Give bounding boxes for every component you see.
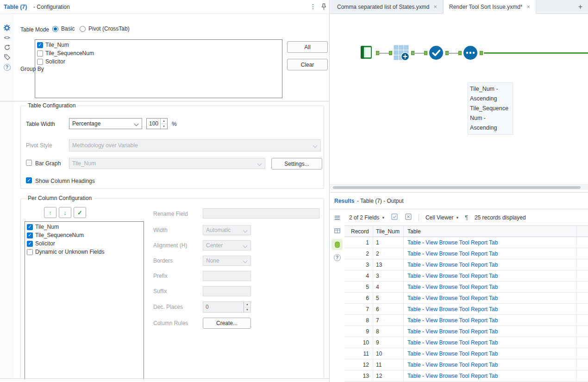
- checkbox[interactable]: [37, 59, 43, 65]
- report-link-cell[interactable]: Table - View Browse Tool Report Tab: [404, 337, 577, 348]
- workflow-canvas[interactable]: Tile_Num - Ascending Tile_SequenceNum - …: [330, 14, 588, 184]
- output-anchor-button[interactable]: [332, 239, 343, 250]
- check-icon: ✓: [77, 209, 82, 216]
- select-tool[interactable]: [428, 44, 444, 61]
- report-link-cell[interactable]: Table - View Browse Tool Report Tab: [404, 282, 577, 292]
- table-row[interactable]: 76Table - View Browse Tool Report Tab: [344, 304, 588, 315]
- tag-icon[interactable]: [3, 53, 11, 61]
- group-by-list[interactable]: ✓Tile_NumTile_SequenceNumSolicitor: [35, 39, 282, 98]
- width-label: Width: [153, 227, 168, 233]
- table-row[interactable]: 109Table - View Browse Tool Report Tab: [344, 337, 588, 348]
- messages-list-icon[interactable]: [333, 214, 341, 221]
- new-tab-button[interactable]: +: [578, 3, 582, 11]
- scrollbar-thumb[interactable]: [333, 186, 581, 189]
- table-row[interactable]: 1211Table - View Browse Tool Report Tab: [344, 359, 588, 370]
- column-header-record[interactable]: Record: [344, 226, 373, 237]
- metadata-table-icon[interactable]: [333, 227, 341, 234]
- table-mode-option[interactable]: Pivot (CrossTab): [80, 25, 130, 32]
- table-width-spinner[interactable]: 100 ▲ ▼: [146, 118, 168, 129]
- checklist-item[interactable]: ✓Tile_SequenceNum: [26, 231, 143, 239]
- input-anchor[interactable]: [458, 51, 462, 55]
- table-row[interactable]: 43Table - View Browse Tool Report Tab: [344, 270, 588, 282]
- all-button[interactable]: All: [287, 41, 328, 53]
- table-mode-option[interactable]: Basic: [52, 25, 75, 32]
- checklist-item[interactable]: ✓Tile_Num: [36, 41, 281, 49]
- column-header-tile-num[interactable]: Tile_Num: [373, 226, 404, 237]
- spinner-up-icon[interactable]: ▲: [244, 302, 250, 307]
- help-icon[interactable]: ?: [3, 63, 11, 71]
- checkbox[interactable]: ✓: [37, 42, 43, 48]
- pilcrow-icon[interactable]: ¶: [465, 214, 468, 221]
- annotation-code-icon[interactable]: <>: [3, 34, 11, 41]
- move-up-button[interactable]: ↑: [44, 207, 56, 218]
- create-column-rule-button[interactable]: Create...: [203, 318, 251, 329]
- spinner-up-icon[interactable]: ▲: [161, 119, 167, 124]
- move-down-button[interactable]: ↓: [59, 207, 71, 218]
- report-link-cell[interactable]: Table - View Browse Tool Report Tab: [404, 293, 577, 303]
- radio-pivot[interactable]: [80, 26, 86, 32]
- report-link-cell[interactable]: Table - View Browse Tool Report Tab: [404, 237, 577, 248]
- table-row[interactable]: 98Table - View Browse Tool Report Tab: [344, 326, 588, 337]
- checkbox[interactable]: [27, 249, 33, 255]
- help-icon[interactable]: ?: [333, 254, 341, 261]
- document-tab-render-sort-issue[interactable]: Render Tool Sort Issue.yxmd* ×: [443, 0, 536, 14]
- checklist-item[interactable]: ✓Tile_Num: [26, 223, 143, 231]
- connection-wire-selected[interactable]: [484, 52, 588, 54]
- table-width-mode-select[interactable]: Percentage: [69, 118, 142, 129]
- report-link-cell[interactable]: Table - View Browse Tool Report Tab: [404, 248, 577, 259]
- canvas-horizontal-scrollbar[interactable]: [330, 184, 588, 190]
- column-header-table[interactable]: Table: [404, 226, 577, 237]
- report-link-cell[interactable]: Table - View Browse Tool Report Tab: [404, 315, 577, 326]
- clear-button[interactable]: Clear: [287, 59, 328, 70]
- report-link-cell[interactable]: Table - View Browse Tool Report Tab: [404, 304, 577, 314]
- bar-graph-checkbox[interactable]: [26, 160, 32, 166]
- select-all-fields-button[interactable]: ✓: [74, 207, 86, 218]
- refresh-icon[interactable]: [3, 44, 11, 51]
- sort-tool[interactable]: [462, 44, 479, 61]
- cancel-selection-icon[interactable]: [405, 213, 412, 222]
- close-icon[interactable]: ×: [527, 3, 531, 10]
- radio-basic[interactable]: [52, 26, 58, 32]
- output-anchor[interactable]: [480, 51, 483, 55]
- table-row[interactable]: 22Table - View Browse Tool Report Tab: [344, 248, 588, 259]
- table-row[interactable]: 11Table - View Browse Tool Report Tab: [344, 237, 588, 248]
- report-link-cell[interactable]: Table - View Browse Tool Report Tab: [404, 270, 577, 281]
- checklist-item[interactable]: Tile_SequenceNum: [36, 49, 281, 57]
- input-anchor[interactable]: [424, 51, 427, 55]
- tile-tool[interactable]: [393, 44, 410, 62]
- checkbox[interactable]: ✓: [27, 224, 33, 230]
- input-data-tool[interactable]: [357, 44, 375, 62]
- show-column-headings-checkbox[interactable]: ✓: [26, 177, 32, 183]
- cell-viewer-dropdown[interactable]: Cell Viewer ▾: [425, 214, 458, 221]
- table-row[interactable]: 1110Table - View Browse Tool Report Tab: [344, 348, 588, 359]
- spinner-down-icon[interactable]: ▼: [161, 124, 167, 129]
- gear-icon[interactable]: [3, 24, 11, 31]
- settings-button[interactable]: Settings...: [271, 158, 322, 169]
- report-link-cell[interactable]: Table - View Browse Tool Report Tab: [404, 370, 577, 381]
- document-tab-states[interactable]: Comma separated list of States.yxmd ×: [332, 0, 443, 13]
- table-row[interactable]: 54Table - View Browse Tool Report Tab: [344, 282, 588, 293]
- report-link-cell[interactable]: Table - View Browse Tool Report Tab: [404, 359, 577, 370]
- fields-dropdown[interactable]: 2 of 2 Fields ▾: [349, 214, 384, 221]
- checklist-item[interactable]: Dynamic or Unknown Fields: [26, 248, 143, 256]
- spinner-down-icon[interactable]: ▼: [244, 307, 250, 313]
- table-row[interactable]: 313Table - View Browse Tool Report Tab: [344, 259, 588, 270]
- checkbox[interactable]: [37, 50, 43, 56]
- report-link-cell[interactable]: Table - View Browse Tool Report Tab: [404, 348, 577, 359]
- report-link-cell[interactable]: Table - View Browse Tool Report Tab: [404, 259, 577, 270]
- table-row[interactable]: 1312Table - View Browse Tool Report Tab: [344, 370, 588, 382]
- table-row[interactable]: 65Table - View Browse Tool Report Tab: [344, 293, 588, 304]
- tool-annotation[interactable]: Tile_Num - Ascending Tile_SequenceNum - …: [468, 82, 513, 135]
- checkbox[interactable]: ✓: [27, 232, 33, 238]
- per-column-field-list[interactable]: ✓Tile_Num✓Tile_SequenceNum✓SolicitorDyna…: [25, 221, 144, 379]
- table-row[interactable]: 87Table - View Browse Tool Report Tab: [344, 315, 588, 326]
- report-link-cell[interactable]: Table - View Browse Tool Report Tab: [404, 326, 577, 337]
- checklist-item[interactable]: Solicitor: [36, 57, 281, 66]
- close-icon[interactable]: ×: [433, 3, 437, 10]
- checkbox[interactable]: ✓: [27, 241, 33, 247]
- input-anchor[interactable]: [389, 51, 392, 55]
- pin-icon[interactable]: [320, 3, 327, 10]
- more-options-icon[interactable]: ⋮: [309, 3, 317, 10]
- apply-selection-icon[interactable]: [391, 213, 398, 222]
- checklist-item[interactable]: ✓Solicitor: [26, 239, 143, 248]
